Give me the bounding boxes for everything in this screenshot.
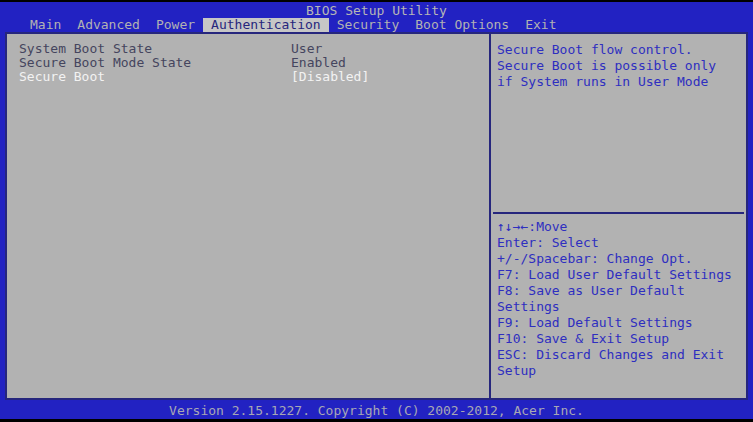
tab-security[interactable]: Security bbox=[329, 18, 408, 32]
setting-value: Enabled bbox=[291, 56, 346, 70]
setting-label: Secure Boot Mode State bbox=[19, 56, 291, 70]
help-panel: Secure Boot flow control. Secure Boot is… bbox=[489, 34, 746, 398]
hint-line: ↑↓→←:Move bbox=[497, 219, 741, 235]
tab-authentication[interactable]: Authentication bbox=[203, 18, 329, 32]
item-help-text: Secure Boot flow control. Secure Boot is… bbox=[491, 34, 746, 212]
setting-value: [Disabled] bbox=[291, 70, 369, 84]
settings-panel: System Boot StateUser Secure Boot Mode S… bbox=[5, 32, 748, 400]
hint-line: Enter: Select bbox=[497, 235, 741, 251]
setting-row-secure-boot[interactable]: Secure Boot[Disabled] bbox=[19, 70, 489, 84]
hint-line: +/-/Spacebar: Change Opt. bbox=[497, 251, 741, 267]
setting-label: System Boot State bbox=[19, 42, 291, 56]
settings-pane: System Boot StateUser Secure Boot Mode S… bbox=[7, 34, 489, 398]
setting-value: User bbox=[291, 42, 322, 56]
tab-power[interactable]: Power bbox=[148, 18, 203, 32]
tab-exit[interactable]: Exit bbox=[517, 18, 564, 32]
help-line: Secure Boot flow control. bbox=[497, 42, 741, 58]
setting-row-system-boot-state: System Boot StateUser bbox=[19, 42, 489, 56]
version-footer: Version 2.15.1227. Copyright (C) 2002-20… bbox=[0, 402, 753, 419]
tab-advanced[interactable]: Advanced bbox=[69, 18, 148, 32]
menu-bar: Main Advanced Power Authentication Secur… bbox=[0, 18, 753, 32]
setting-row-secure-boot-mode-state: Secure Boot Mode StateEnabled bbox=[19, 56, 489, 70]
help-line: if System runs in User Mode bbox=[497, 74, 741, 90]
hint-line: ESC: Discard Changes and Exit Setup bbox=[497, 347, 741, 379]
setting-label: Secure Boot bbox=[19, 70, 291, 84]
hint-line: F10: Save & Exit Setup bbox=[497, 331, 741, 347]
hint-line: F9: Load Default Settings bbox=[497, 315, 741, 331]
tab-boot-options[interactable]: Boot Options bbox=[407, 18, 517, 32]
help-line: Secure Boot is possible only bbox=[497, 58, 741, 74]
hint-line: F7: Load User Default Settings bbox=[497, 267, 741, 283]
key-hints: ↑↓→←:Move Enter: Select +/-/Spacebar: Ch… bbox=[491, 214, 746, 379]
hint-line: F8: Save as User Default Settings bbox=[497, 283, 741, 315]
bios-screen: BIOS Setup Utility Main Advanced Power A… bbox=[0, 0, 753, 422]
tab-main[interactable]: Main bbox=[22, 18, 69, 32]
app-title: BIOS Setup Utility bbox=[0, 3, 753, 18]
